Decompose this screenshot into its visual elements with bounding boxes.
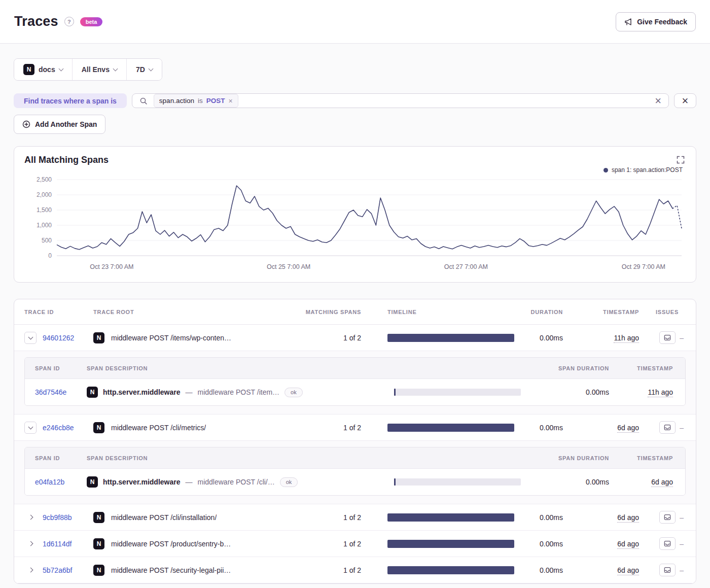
legend-dot: [604, 168, 608, 172]
timestamp-value[interactable]: 6d ago: [617, 540, 639, 549]
svg-text:0: 0: [48, 252, 52, 259]
svg-text:Oct 29 7:00 AM: Oct 29 7:00 AM: [622, 263, 665, 270]
trace-id-link[interactable]: 5b72a6bf: [43, 566, 72, 574]
issues-dash: –: [680, 424, 684, 432]
table-row[interactable]: 9cb9f88b N middleware POST /cli/installa…: [14, 504, 696, 531]
span-row[interactable]: e04fa12b N http.server.middleware — midd…: [25, 469, 685, 495]
expand-trace-button[interactable]: [24, 568, 37, 572]
chevron-down-icon: [113, 66, 118, 71]
table-row[interactable]: 94601262 N middleware POST /items/wp-con…: [14, 325, 696, 351]
col-span-timestamp: TIMESTAMP: [609, 455, 685, 461]
col-matching-spans: MATCHING SPANS: [287, 309, 373, 315]
span-subtable-header: SPAN ID SPAN DESCRIPTION SPAN DURATION T…: [25, 447, 685, 469]
give-feedback-button[interactable]: Give Feedback: [616, 12, 696, 31]
token-value: POST: [206, 97, 225, 105]
legend-label: span 1: span.action:POST: [612, 166, 683, 174]
svg-text:1,500: 1,500: [37, 206, 52, 214]
add-another-span-label: Add Another Span: [35, 120, 97, 128]
matching-spans-count: 1 of 2: [287, 540, 373, 548]
span-timestamp-value[interactable]: 6d ago: [651, 478, 673, 487]
col-span-id: SPAN ID: [25, 365, 87, 371]
expand-trace-button[interactable]: [24, 542, 37, 545]
span-subtable: SPAN ID SPAN DESCRIPTION SPAN DURATION T…: [24, 357, 686, 406]
col-duration: DURATION: [515, 309, 571, 315]
timestamp-value[interactable]: 6d ago: [617, 513, 639, 523]
svg-text:2,500: 2,500: [37, 176, 52, 183]
trace-id-link[interactable]: 1d6114df: [43, 540, 72, 548]
nextjs-platform-icon: N: [93, 538, 104, 549]
date-range-filter-dropdown[interactable]: 7D: [127, 59, 162, 80]
expand-trace-button[interactable]: [24, 515, 37, 519]
table-row[interactable]: e246cb8e N middleware POST /cli/metrics/…: [14, 414, 696, 441]
span-description-label: middleware POST /item…: [198, 388, 280, 396]
help-icon[interactable]: ?: [64, 17, 74, 26]
add-another-span-button[interactable]: Add Another Span: [14, 115, 105, 134]
issues-button[interactable]: [659, 511, 676, 524]
issues-button[interactable]: [659, 421, 676, 434]
main-content: N docs All Envs 7D Find traces where a s…: [0, 44, 710, 584]
span-timeline-bar: [394, 478, 521, 486]
fullscreen-button[interactable]: [676, 155, 686, 165]
col-timeline: TIMELINE: [373, 309, 515, 315]
span-row[interactable]: 36d7546e N http.server.middleware — midd…: [25, 379, 685, 405]
page-header: Traces ? beta Give Feedback: [0, 0, 710, 44]
timestamp-value[interactable]: 11h ago: [614, 334, 639, 343]
date-range-filter-label: 7D: [136, 65, 145, 74]
timestamp-value[interactable]: 6d ago: [617, 566, 639, 575]
project-filter-label: docs: [39, 65, 55, 74]
trace-root-label: middleware POST /cli/metrics/: [111, 424, 206, 432]
span-timestamp-value[interactable]: 11h ago: [648, 388, 673, 397]
trace-root-label: middleware POST /cli/installation/: [111, 513, 217, 522]
col-span-id: SPAN ID: [25, 455, 87, 461]
chevron-down-icon: [28, 424, 33, 429]
span-duration-value: 0.00ms: [533, 388, 609, 396]
token-remove-icon[interactable]: ×: [228, 97, 232, 105]
chevron-right-icon: [28, 541, 33, 546]
collapse-trace-button[interactable]: [24, 422, 37, 434]
project-filter-dropdown[interactable]: N docs: [14, 59, 73, 80]
matching-spans-count: 1 of 2: [287, 334, 373, 342]
issues-icon: [664, 334, 671, 341]
nextjs-platform-icon: N: [93, 512, 104, 523]
span-timeline-bar: [394, 389, 521, 396]
filter-token[interactable]: span.action is POST ×: [154, 94, 238, 108]
span-status-badge: ok: [285, 388, 303, 397]
trace-id-link[interactable]: 9cb9f88b: [43, 513, 72, 522]
op-separator: —: [186, 478, 193, 486]
col-span-description: SPAN DESCRIPTION: [87, 365, 391, 371]
remove-span-query-button[interactable]: ×: [674, 93, 696, 108]
megaphone-icon: [624, 18, 632, 26]
duration-value: 0.00ms: [515, 424, 571, 432]
span-id-link[interactable]: e04fa12b: [35, 478, 64, 486]
trace-id-link[interactable]: e246cb8e: [43, 424, 74, 432]
expanded-span-section: SPAN ID SPAN DESCRIPTION SPAN DURATION T…: [14, 351, 696, 414]
issues-button[interactable]: [659, 537, 676, 550]
trace-root-label: middleware POST /product/sentry-b…: [111, 540, 231, 548]
span-description-label: middleware POST /cli/…: [198, 478, 275, 486]
span-search-input[interactable]: span.action is POST × ×: [132, 93, 669, 108]
search-clear-icon[interactable]: ×: [655, 95, 661, 107]
token-operator: is: [198, 97, 203, 105]
table-row[interactable]: 1d6114df N middleware POST /product/sent…: [14, 531, 696, 557]
span-id-link[interactable]: 36d7546e: [35, 388, 66, 396]
collapse-trace-button[interactable]: [24, 332, 37, 344]
matching-spans-count: 1 of 2: [287, 513, 373, 522]
timeline-bar: [387, 513, 514, 522]
issues-icon: [664, 567, 671, 573]
timeline-bar: [387, 566, 514, 574]
issues-dash: –: [680, 566, 684, 574]
environment-filter-dropdown[interactable]: All Envs: [73, 59, 127, 80]
table-row[interactable]: 5b72a6bf N middleware POST /security-leg…: [14, 557, 696, 583]
col-span-duration: SPAN DURATION: [533, 455, 609, 461]
span-subtable-header: SPAN ID SPAN DESCRIPTION SPAN DURATION T…: [25, 358, 685, 379]
timestamp-value[interactable]: 6d ago: [617, 424, 639, 433]
chevron-down-icon: [28, 334, 33, 339]
duration-value: 0.00ms: [515, 334, 571, 342]
issues-icon: [664, 424, 671, 431]
issues-button[interactable]: [659, 331, 676, 344]
issues-button[interactable]: [659, 564, 676, 576]
token-key: span.action: [159, 97, 194, 105]
issues-icon: [664, 540, 671, 547]
trace-id-link[interactable]: 94601262: [43, 334, 74, 342]
give-feedback-label: Give Feedback: [637, 18, 687, 26]
